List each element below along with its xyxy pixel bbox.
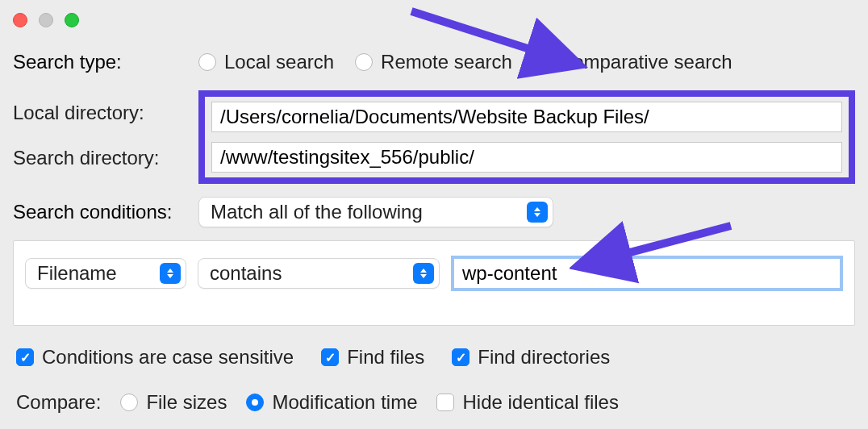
checkbox-icon [16, 348, 34, 366]
checkbox-case-sensitive[interactable]: Conditions are case sensitive [16, 346, 294, 369]
chevron-up-down-icon [527, 202, 548, 223]
radio-remote-search[interactable]: Remote search [355, 51, 512, 73]
radio-icon [198, 53, 216, 71]
condition-op-select[interactable]: contains [198, 258, 440, 289]
radio-icon [120, 394, 138, 411]
condition-field-value: Filename [37, 262, 152, 285]
condition-row: Filename contains [13, 240, 855, 326]
match-mode-value: Match all of the following [211, 201, 519, 223]
checkbox-hide-identical[interactable]: Hide identical files [436, 391, 618, 414]
search-directory-label: Search directory: [13, 147, 198, 169]
checkbox-icon [436, 394, 454, 411]
radio-compare-file-sizes[interactable]: File sizes [120, 391, 227, 414]
window-titlebar [0, 0, 868, 40]
checkbox-label: Hide identical files [462, 391, 618, 414]
radio-local-search[interactable]: Local search [198, 51, 334, 73]
window-zoom-button[interactable] [65, 13, 79, 27]
condition-value-input[interactable] [451, 256, 843, 291]
checkbox-label: Find directories [478, 346, 610, 369]
search-conditions-label: Search conditions: [13, 201, 198, 223]
radio-label: Modification time [272, 391, 417, 414]
local-directory-input[interactable] [211, 102, 842, 132]
search-directory-input[interactable] [211, 142, 842, 173]
search-type-label: Search type: [13, 51, 198, 73]
checkbox-label: Find files [347, 346, 424, 369]
checkbox-icon [452, 348, 469, 366]
radio-label: Local search [224, 51, 334, 73]
local-directory-label: Local directory: [13, 102, 198, 124]
radio-label: Comparative search [559, 51, 732, 73]
radio-label: Remote search [381, 51, 512, 73]
condition-op-value: contains [210, 262, 405, 285]
checkbox-label: Conditions are case sensitive [42, 346, 294, 369]
radio-comparative-search[interactable]: Comparative search [533, 51, 732, 73]
condition-field-select[interactable]: Filename [25, 258, 186, 289]
directories-highlight [198, 90, 855, 184]
checkbox-find-files[interactable]: Find files [321, 346, 424, 369]
radio-icon [355, 53, 373, 71]
radio-label: File sizes [146, 391, 227, 414]
window-close-button[interactable] [13, 13, 27, 27]
radio-icon [246, 394, 264, 411]
checkbox-find-directories[interactable]: Find directories [452, 346, 610, 369]
chevron-up-down-icon [160, 263, 181, 284]
checkbox-icon [321, 348, 339, 366]
window-minimize-button[interactable] [39, 13, 53, 27]
compare-label: Compare: [16, 391, 101, 414]
radio-compare-mod-time[interactable]: Modification time [246, 391, 417, 414]
radio-icon [533, 53, 551, 71]
match-mode-select[interactable]: Match all of the following [198, 197, 553, 227]
chevron-up-down-icon [413, 263, 434, 284]
